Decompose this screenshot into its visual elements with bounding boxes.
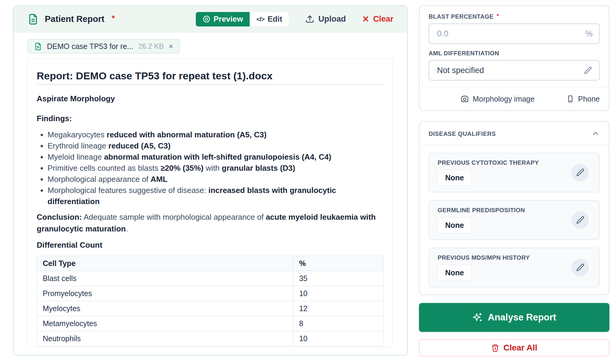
clear-button[interactable]: ✕ Clear [362, 14, 393, 24]
finding-item: Primitive cells counted as blasts ≥20% (… [48, 163, 383, 174]
eye-icon [202, 15, 211, 23]
upload-button[interactable]: Upload [305, 14, 346, 24]
pencil-icon [584, 66, 592, 75]
table-cell: Promyelocytes [37, 286, 293, 301]
table-row: Blast cells35 [37, 271, 383, 286]
table-cell: 12 [293, 301, 383, 316]
qualifier-item: PREVIOUS MDS/MPN HISTORY None [429, 248, 600, 287]
page: Patient Report * Preview </> [0, 0, 616, 364]
aspirate-morphology-heading: Aspirate Morphology [37, 93, 383, 104]
table-cell: Metamyelocytes [37, 316, 293, 331]
disease-qualifiers-title: DISEASE QUALIFIERS [429, 130, 496, 137]
findings-list: Megakaryocytes reduced with abnormal mat… [37, 129, 383, 207]
table-cell: Neutrophils [37, 331, 293, 346]
report-toolbar: Preview </> Edit Upload [196, 12, 393, 27]
table-header-cell: % [293, 256, 383, 271]
inputs-card: BLAST PERCENTAGE * % AML DIFFERENTIATION… [419, 5, 609, 111]
qualifier-value-chip: None [438, 265, 472, 281]
file-chip-name: DEMO case TP53 for re... [47, 42, 133, 51]
required-asterisk: * [112, 14, 115, 23]
table-row: Neutrophils10 [37, 331, 383, 346]
required-asterisk: * [497, 13, 499, 19]
analyse-report-label: Analyse Report [488, 312, 556, 323]
edit-button[interactable]: </> Edit [250, 12, 289, 26]
finding-item: Myeloid lineage abnormal maturation with… [48, 151, 383, 163]
phone-button[interactable]: Phone [566, 95, 600, 103]
clear-all-button[interactable]: Clear All [419, 339, 609, 356]
blast-percentage-label: BLAST PERCENTAGE * [429, 13, 600, 20]
divider [420, 145, 609, 145]
finding-item: Erythroid lineage reduced (A5, C3) [48, 140, 383, 151]
table-row: Promyelocytes10 [37, 286, 383, 301]
qualifier-value-chip: None [438, 170, 472, 186]
analyse-report-button[interactable]: Analyse Report [419, 303, 609, 332]
finding-item: Morphological appearance of AML [48, 174, 383, 185]
preview-edit-toggle: Preview </> Edit [196, 12, 289, 27]
pencil-icon [576, 216, 584, 224]
patient-report-panel: Patient Report * Preview </> [13, 5, 408, 356]
remove-file-icon[interactable]: × [169, 42, 173, 50]
disease-qualifiers-header[interactable]: DISEASE QUALIFIERS [429, 130, 600, 138]
smartphone-icon [566, 95, 574, 103]
upload-icon [305, 15, 314, 24]
edit-label: Edit [267, 14, 282, 24]
pencil-icon [576, 263, 584, 272]
qualifier-label: PREVIOUS CYTOTOXIC THERAPY [438, 159, 591, 166]
table-cell: Blast cells [37, 271, 293, 286]
edit-qualifier-button[interactable] [571, 164, 589, 181]
chevron-up-icon[interactable] [591, 130, 600, 138]
table-cell: Myelocytes [37, 301, 293, 316]
patient-report-title-wrap: Patient Report * [27, 14, 115, 25]
file-chip[interactable]: DEMO case TP53 for re... 26.2 KB × [27, 39, 180, 54]
aml-differentiation-field[interactable]: Not specified [429, 60, 600, 81]
upload-label: Upload [318, 14, 346, 24]
analysis-side-panel: BLAST PERCENTAGE * % AML DIFFERENTIATION… [419, 5, 609, 356]
x-icon: ✕ [362, 15, 369, 23]
table-cell: 8 [293, 316, 383, 331]
table-row: Metamyelocytes8 [37, 316, 383, 331]
finding-item: Megakaryocytes reduced with abnormal mat… [48, 129, 383, 140]
blast-percentage-input-wrap: % [429, 23, 600, 44]
file-chip-size: 26.2 KB [138, 42, 164, 50]
trash-icon [491, 344, 499, 352]
aml-differentiation-value: Not specified [437, 66, 484, 75]
finding-item: Morphological features suggestive of dis… [48, 185, 383, 207]
blast-percentage-input[interactable] [429, 23, 600, 44]
morphology-image-button[interactable]: Morphology image [460, 95, 535, 103]
qualifier-list: PREVIOUS CYTOTOXIC THERAPY None GERMLINE… [429, 153, 600, 287]
inputs-footer: Morphology image Phone [429, 87, 600, 110]
disease-qualifiers-card: DISEASE QUALIFIERS PREVIOUS CYTOTOXIC TH… [419, 121, 609, 295]
preview-button[interactable]: Preview [196, 12, 250, 26]
table-row: Myelocytes12 [37, 301, 383, 316]
file-text-icon [27, 14, 39, 25]
preview-label: Preview [214, 14, 243, 24]
document-title: Report: DEMO case TP53 for repeat test (… [37, 70, 383, 85]
code-icon: </> [256, 16, 264, 23]
differential-count-heading: Differential Count [37, 240, 383, 250]
differential-count-table: Cell Type% Blast cells35Promyelocytes10M… [37, 256, 383, 346]
qualifier-label: PREVIOUS MDS/MPN HISTORY [438, 254, 591, 261]
table-header-row: Cell Type% [37, 256, 383, 271]
morphology-image-label: Morphology image [473, 95, 535, 103]
qualifier-item: GERMLINE PREDISPOSITION None [429, 200, 600, 240]
attached-file-row: DEMO case TP53 for re... 26.2 KB × [14, 32, 407, 54]
table-cell: 35 [293, 271, 383, 286]
qualifier-label: GERMLINE PREDISPOSITION [438, 207, 591, 214]
patient-report-header: Patient Report * Preview </> [14, 6, 407, 32]
phone-label: Phone [578, 95, 600, 103]
file-text-icon [34, 42, 42, 50]
edit-qualifier-button[interactable] [571, 259, 589, 276]
clear-label: Clear [373, 14, 393, 24]
clear-all-label: Clear All [504, 343, 537, 353]
camera-icon [460, 95, 469, 103]
page-title: Patient Report [45, 14, 104, 24]
findings-heading: Findings: [37, 113, 383, 124]
table-cell: 10 [293, 286, 383, 301]
table-cell: 10 [293, 331, 383, 346]
aml-differentiation-label: AML DIFFERENTIATION [429, 50, 600, 57]
qualifier-value-chip: None [438, 217, 472, 233]
percent-suffix: % [585, 29, 593, 38]
table-header-cell: Cell Type [37, 256, 293, 271]
edit-qualifier-button[interactable] [571, 211, 589, 229]
conclusion-paragraph: Conclusion: Adequate sample with morphol… [37, 211, 383, 235]
